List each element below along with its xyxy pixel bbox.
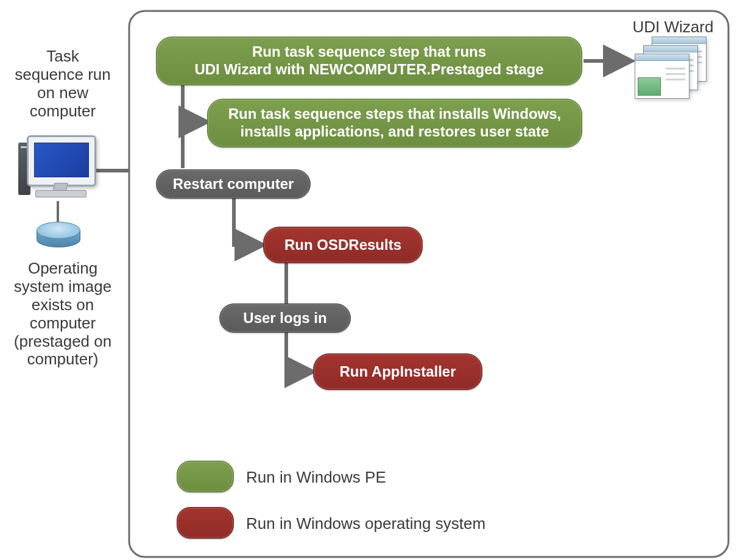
udi-wizard-windows-icon <box>635 37 708 104</box>
node-run-udi-wizard-prestaged: Run task sequence step that runs UDI Wiz… <box>156 37 582 85</box>
node-restart-computer: Restart computer <box>156 169 311 199</box>
text-line: Run task sequence steps that installs Wi… <box>228 105 562 123</box>
text-line: computer) <box>5 350 121 369</box>
text-line: Operating <box>5 260 121 278</box>
text-line: UDI Wizard with NEWCOMPUTER.Prestaged st… <box>194 61 543 79</box>
node-label: Run AppInstaller <box>339 363 456 381</box>
text-line: Run task sequence step that runs <box>194 43 543 61</box>
text-line: sequence run <box>5 66 121 84</box>
legend-label-os: Run in Windows operating system <box>246 514 485 533</box>
label-os-image: Operating system image exists on compute… <box>5 260 121 369</box>
node-run-appinstaller: Run AppInstaller <box>313 353 482 390</box>
text-line: computer <box>5 314 121 333</box>
legend-swatch-red <box>177 507 234 539</box>
node-label: Restart computer <box>173 175 294 193</box>
node-run-osdresults: Run OSDResults <box>263 227 423 263</box>
text-line: (prestaged on <box>5 333 121 351</box>
legend-label-pe: Run in Windows PE <box>246 468 386 487</box>
node-label: User logs in <box>243 310 326 327</box>
text-line: Task <box>5 48 121 66</box>
text-line: system image <box>5 278 121 296</box>
text-line: exists on <box>5 296 121 314</box>
legend-swatch-green <box>177 461 234 492</box>
node-label: Run OSDResults <box>284 236 401 254</box>
node-install-windows-apps-restore: Run task sequence steps that installs Wi… <box>207 99 582 147</box>
text-line: installs applications, and restores user… <box>228 123 562 141</box>
label-udi-wizard: UDI Wizard <box>621 18 725 37</box>
label-task-sequence: Task sequence run on new computer <box>5 48 121 121</box>
node-user-logs-in: User logs in <box>219 303 351 333</box>
text-line: on new <box>5 84 121 102</box>
text-line: computer <box>5 102 121 121</box>
